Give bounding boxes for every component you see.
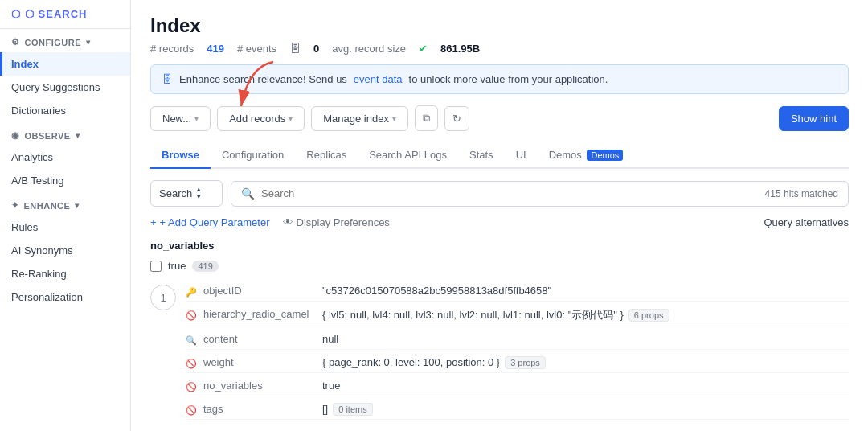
updown-icon: ▲ ▼	[195, 187, 202, 200]
query-bar-left: + + Add Query Parameter 👁 Display Prefer…	[150, 216, 390, 228]
chevron-down-icon-manage: ▾	[392, 114, 396, 123]
sidebar-item-index[interactable]: Index	[0, 52, 130, 76]
enhance-header[interactable]: ✦ ENHANCE ▾	[0, 192, 130, 216]
toolbar: New... ▾ Add records ▾	[150, 105, 849, 131]
field-type-icon: 🔑	[186, 286, 197, 298]
sidebar-item-query-suggestions[interactable]: Query Suggestions	[0, 76, 130, 99]
field-badge: 0 items	[333, 403, 372, 416]
search-input[interactable]	[261, 187, 759, 199]
records-value: 419	[207, 43, 224, 55]
sidebar-item-ab-testing[interactable]: A/B Testing	[0, 169, 130, 192]
filter-row: true 419	[150, 260, 849, 272]
tab-replicas[interactable]: Replicas	[295, 142, 358, 169]
field-row: 🚫 hierarchy_radio_camel { lvl5: null, lv…	[186, 305, 849, 326]
banner-text: Enhance search relevance! Send us	[179, 73, 347, 85]
avg-size-value: 861.95B	[440, 43, 480, 55]
sidebar-item-rules[interactable]: Rules	[0, 216, 130, 239]
tabs-bar: Browse Configuration Replicas Search API…	[150, 142, 849, 169]
records-label: # records	[150, 43, 194, 55]
observe-header[interactable]: ◉ OBSERVE ▾	[0, 122, 130, 146]
filter-checkbox[interactable]	[150, 261, 162, 272]
show-hint-label: Show hint	[791, 113, 837, 125]
manage-index-button[interactable]: Manage index ▾	[311, 106, 408, 131]
field-value: true	[322, 380, 340, 392]
configure-header[interactable]: ⚙ CONFIGURE ▾	[0, 29, 130, 52]
search-hits: 415 hits matched	[765, 188, 838, 199]
query-alternatives-label: Query alternatives	[764, 216, 850, 228]
enhance-label: ENHANCE	[24, 201, 71, 211]
plus-icon: +	[150, 216, 157, 228]
field-name: content	[203, 333, 316, 345]
field-row: 🚫 weight { page_rank: 0, level: 100, pos…	[186, 353, 849, 373]
index-label: Index	[11, 58, 39, 70]
new-label: New...	[162, 113, 191, 125]
chevron-down-icon-enhance: ▾	[75, 201, 80, 210]
field-badge: 6 props	[628, 309, 669, 322]
tab-browse[interactable]: Browse	[150, 142, 211, 169]
add-query-param-label: + Add Query Parameter	[160, 216, 270, 228]
field-type-icon: 🔍	[186, 335, 197, 346]
copy-button[interactable]: ⧉	[415, 105, 438, 131]
refresh-icon: ↻	[452, 113, 461, 125]
refresh-button[interactable]: ↻	[444, 106, 469, 131]
result-number: 1	[150, 285, 176, 310]
stats-row: # records 419 # events 🗄 0 avg. record s…	[150, 42, 849, 55]
copy-icon: ⧉	[423, 112, 430, 124]
avg-size-label: avg. record size	[332, 43, 406, 55]
events-value: 0	[313, 43, 319, 55]
sidebar-section-enhance: ✦ ENHANCE ▾ Rules AI Synonyms Re-Ranking…	[0, 192, 130, 309]
event-data-link[interactable]: event data	[354, 73, 403, 85]
field-name: weight	[203, 356, 316, 368]
manage-index-label: Manage index	[323, 113, 389, 125]
field-type-icon: 🚫	[186, 310, 197, 321]
search-icon: 🔍	[241, 187, 255, 200]
sidebar-item-ai-synonyms[interactable]: AI Synonyms	[0, 239, 130, 262]
field-type-icon: 🚫	[186, 381, 197, 392]
field-name: tags	[203, 403, 316, 415]
search-type-select[interactable]: Search ▲ ▼	[150, 180, 223, 207]
banner-text2: to unlock more value from your applicati…	[409, 73, 608, 85]
tab-search-api-logs[interactable]: Search API Logs	[358, 142, 458, 169]
sidebar-logo: ⬡ ⬡ SEARCH	[0, 0, 130, 29]
tab-demos[interactable]: Demos Demos	[538, 142, 635, 169]
eye-icon: ◉	[11, 130, 20, 141]
chevron-down-icon-new: ▾	[194, 114, 199, 123]
field-value: "c53726c015070588a2bc59958813a8df5ffb465…	[322, 285, 551, 297]
search-section: Search ▲ ▼ 🔍 415 hits matched	[150, 180, 849, 207]
field-value: []0 items	[322, 403, 373, 415]
field-row: 🔑 objectID "c53726c015070588a2bc59958813…	[186, 281, 849, 302]
events-label: # events	[237, 43, 276, 55]
results-section: no_variables true 419 1 🔑 objectID "c537…	[150, 240, 849, 420]
query-suggestions-label: Query Suggestions	[11, 81, 100, 93]
configure-label: CONFIGURE	[25, 38, 82, 47]
new-button[interactable]: New... ▾	[150, 106, 211, 131]
sidebar-item-personalization[interactable]: Personalization	[0, 285, 130, 309]
tab-stats[interactable]: Stats	[458, 142, 505, 169]
sidebar-logo-text: ⬡ SEARCH	[25, 8, 88, 20]
chevron-down-icon: ▾	[86, 38, 91, 47]
search-input-wrapper: 🔍 415 hits matched	[231, 181, 849, 207]
sidebar-item-analytics[interactable]: Analytics	[0, 146, 130, 169]
field-type-icon: 🚫	[186, 358, 197, 369]
main-content: Index # records 419 # events 🗄 0 avg. re…	[131, 0, 868, 431]
display-prefs-button[interactable]: 👁 Display Preferences	[283, 216, 390, 228]
gear-icon: ⚙	[11, 37, 20, 47]
field-name: no_variables	[203, 380, 316, 392]
result-fields: 🔑 objectID "c53726c015070588a2bc59958813…	[186, 281, 849, 420]
add-records-button[interactable]: Add records ▾	[217, 106, 305, 131]
sidebar-item-reranking[interactable]: Re-Ranking	[0, 262, 130, 285]
enhance-banner: 🗄 Enhance search relevance! Send us even…	[150, 64, 849, 94]
show-hint-button[interactable]: Show hint	[779, 106, 849, 131]
query-bar: + + Add Query Parameter 👁 Display Prefer…	[150, 216, 849, 228]
sidebar-section-configure: ⚙ CONFIGURE ▾ Index Query Suggestions Di…	[0, 29, 130, 122]
field-name: hierarchy_radio_camel	[203, 308, 316, 320]
dictionaries-label: Dictionaries	[11, 105, 66, 117]
observe-label: OBSERVE	[25, 131, 71, 141]
add-query-param-button[interactable]: + + Add Query Parameter	[150, 216, 270, 228]
tab-ui[interactable]: UI	[505, 142, 538, 169]
result-row: 1 🔑 objectID "c53726c015070588a2bc599588…	[150, 281, 849, 420]
chevron-down-icon-observe: ▾	[76, 131, 80, 140]
sidebar-item-dictionaries[interactable]: Dictionaries	[0, 99, 130, 122]
tab-configuration[interactable]: Configuration	[211, 142, 295, 169]
field-value: { page_rank: 0, level: 100, position: 0 …	[322, 356, 546, 368]
